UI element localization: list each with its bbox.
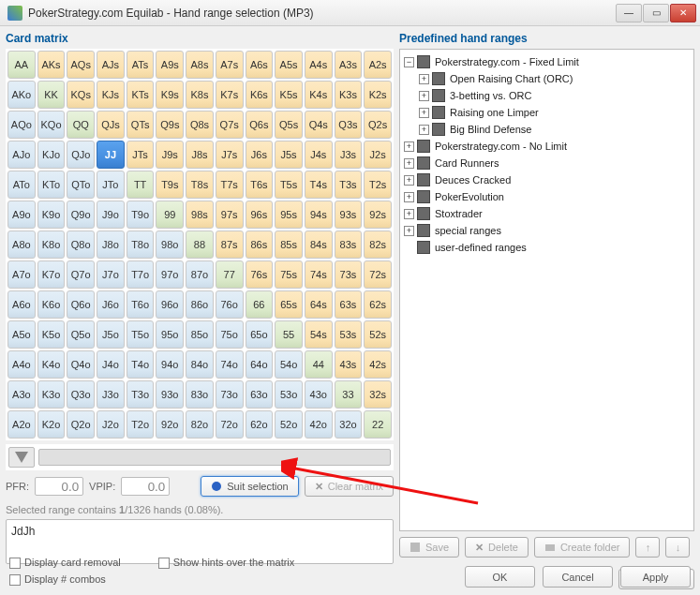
tree-expander[interactable]: + — [404, 226, 414, 236]
matrix-cell-77[interactable]: 77 — [216, 260, 244, 289]
matrix-cell-A4s[interactable]: A4s — [305, 51, 333, 79]
matrix-cell-T9s[interactable]: T9s — [156, 171, 184, 199]
matrix-cell-52o[interactable]: 52o — [275, 410, 303, 439]
matrix-cell-55[interactable]: 55 — [275, 320, 303, 349]
tree-node[interactable]: Open Raising Chart (ORC) — [448, 70, 574, 87]
matrix-cell-84o[interactable]: 84o — [186, 350, 214, 379]
tree-node[interactable]: Pokerstrategy.com - Fixed Limit — [433, 53, 581, 70]
matrix-cell-76s[interactable]: 76s — [246, 260, 274, 289]
matrix-cell-K4o[interactable]: K4o — [37, 350, 66, 379]
matrix-cell-T2s[interactable]: T2s — [364, 171, 392, 199]
matrix-cell-T8s[interactable]: T8s — [186, 171, 214, 199]
matrix-cell-AJo[interactable]: AJo — [7, 141, 36, 169]
matrix-cell-J9s[interactable]: J9s — [156, 141, 184, 169]
tree-expander[interactable]: + — [404, 158, 414, 169]
matrix-cell-T8o[interactable]: T8o — [127, 231, 155, 259]
matrix-cell-72o[interactable]: 72o — [216, 410, 244, 439]
matrix-cell-87s[interactable]: 87s — [216, 231, 244, 259]
matrix-cell-AQs[interactable]: AQs — [67, 51, 95, 79]
matrix-cell-T4o[interactable]: T4o — [127, 350, 155, 379]
close-button[interactable]: ✕ — [670, 4, 696, 22]
matrix-cell-A6o[interactable]: A6o — [7, 290, 36, 319]
maximize-button[interactable]: ▭ — [643, 4, 669, 22]
matrix-cell-44[interactable]: 44 — [305, 350, 333, 379]
matrix-cell-64o[interactable]: 64o — [246, 350, 274, 379]
matrix-cell-J5s[interactable]: J5s — [275, 141, 303, 169]
matrix-cell-KJo[interactable]: KJo — [37, 141, 66, 169]
matrix-cell-K8o[interactable]: K8o — [37, 231, 66, 259]
matrix-cell-J3s[interactable]: J3s — [335, 141, 363, 169]
matrix-cell-86s[interactable]: 86s — [246, 231, 274, 259]
matrix-cell-94s[interactable]: 94s — [305, 201, 333, 229]
matrix-cell-J2s[interactable]: J2s — [364, 141, 392, 169]
matrix-cell-QTs[interactable]: QTs — [127, 111, 155, 139]
matrix-cell-96s[interactable]: 96s — [246, 201, 274, 229]
matrix-cell-TT[interactable]: TT — [127, 171, 155, 199]
tree-node[interactable]: PokerEvolution — [433, 188, 506, 205]
matrix-cell-K3s[interactable]: K3s — [335, 81, 363, 109]
matrix-cell-AKs[interactable]: AKs — [37, 51, 66, 79]
display-card-removal-option[interactable]: Display card removal — [9, 557, 121, 569]
cancel-button[interactable]: Cancel — [543, 566, 613, 588]
matrix-cell-Q4s[interactable]: Q4s — [305, 111, 333, 139]
tree-node[interactable]: Big Blind Defense — [448, 121, 533, 138]
matrix-cell-42o[interactable]: 42o — [305, 410, 333, 439]
matrix-cell-82s[interactable]: 82s — [364, 231, 392, 259]
move-down-button[interactable]: ↓ — [665, 537, 690, 558]
show-hints-option[interactable]: Show hints over the matrix — [158, 557, 295, 569]
matrix-cell-93s[interactable]: 93s — [335, 201, 363, 229]
matrix-cell-97s[interactable]: 97s — [216, 201, 244, 229]
matrix-cell-63s[interactable]: 63s — [335, 290, 363, 319]
matrix-cell-J8s[interactable]: J8s — [186, 141, 214, 169]
matrix-cell-KTo[interactable]: KTo — [37, 171, 66, 199]
weight-slider[interactable] — [38, 449, 391, 466]
matrix-cell-A3o[interactable]: A3o — [7, 380, 36, 409]
matrix-cell-94o[interactable]: 94o — [156, 350, 184, 379]
tree-node[interactable]: Stoxtrader — [433, 205, 484, 222]
matrix-cell-Q6s[interactable]: Q6s — [246, 111, 274, 139]
pfr-input[interactable] — [35, 477, 83, 496]
matrix-cell-J8o[interactable]: J8o — [97, 231, 125, 259]
matrix-cell-83s[interactable]: 83s — [335, 231, 363, 259]
matrix-cell-87o[interactable]: 87o — [186, 260, 214, 289]
matrix-cell-33[interactable]: 33 — [335, 380, 363, 409]
matrix-cell-52s[interactable]: 52s — [364, 320, 392, 349]
clear-matrix-button[interactable]: ✕ Clear matrix — [305, 476, 394, 497]
matrix-cell-Q5s[interactable]: Q5s — [275, 111, 303, 139]
tree-node[interactable]: special ranges — [433, 222, 503, 239]
matrix-cell-73o[interactable]: 73o — [216, 380, 244, 409]
matrix-cell-95s[interactable]: 95s — [275, 201, 303, 229]
matrix-cell-85s[interactable]: 85s — [275, 231, 303, 259]
tree-node[interactable]: Raising one Limper — [448, 104, 541, 121]
matrix-cell-75o[interactable]: 75o — [216, 320, 244, 349]
matrix-cell-J7s[interactable]: J7s — [216, 141, 244, 169]
matrix-cell-QJo[interactable]: QJo — [67, 141, 95, 169]
matrix-cell-65o[interactable]: 65o — [246, 320, 274, 349]
matrix-cell-66[interactable]: 66 — [246, 290, 274, 319]
tree-expander[interactable]: − — [404, 57, 414, 67]
tree-expander[interactable] — [404, 243, 414, 253]
move-up-button[interactable]: ↑ — [635, 537, 660, 558]
matrix-cell-A2o[interactable]: A2o — [7, 410, 36, 439]
matrix-cell-KTs[interactable]: KTs — [127, 81, 155, 109]
display-combos-option[interactable]: Display # combos — [9, 573, 106, 585]
matrix-cell-K7s[interactable]: K7s — [216, 81, 244, 109]
matrix-cell-AJs[interactable]: AJs — [97, 51, 125, 79]
matrix-cell-92o[interactable]: 92o — [156, 410, 184, 439]
create-folder-button[interactable]: Create folder — [534, 537, 631, 558]
apply-button[interactable]: Apply — [620, 566, 691, 588]
suit-selection-button[interactable]: Suit selection — [201, 476, 298, 497]
matrix-cell-K9o[interactable]: K9o — [37, 201, 66, 229]
matrix-cell-AKo[interactable]: AKo — [7, 81, 36, 109]
matrix-cell-43s[interactable]: 43s — [335, 350, 363, 379]
save-button[interactable]: Save — [399, 537, 459, 558]
matrix-cell-T3o[interactable]: T3o — [127, 380, 155, 409]
tree-expander[interactable]: + — [419, 91, 429, 101]
matrix-cell-QJs[interactable]: QJs — [97, 111, 125, 139]
matrix-cell-Q6o[interactable]: Q6o — [67, 290, 95, 319]
matrix-cell-QTo[interactable]: QTo — [67, 171, 95, 199]
matrix-cell-76o[interactable]: 76o — [216, 290, 244, 319]
matrix-cell-J2o[interactable]: J2o — [97, 410, 125, 439]
tree-expander[interactable]: + — [419, 125, 429, 135]
matrix-cell-K4s[interactable]: K4s — [305, 81, 333, 109]
